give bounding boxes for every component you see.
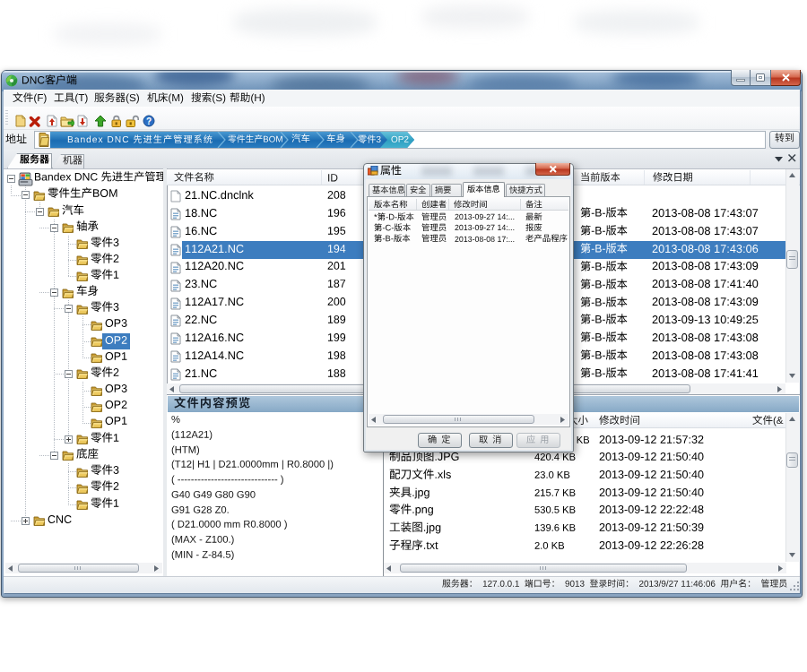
svg-text:?: ? xyxy=(146,116,152,126)
